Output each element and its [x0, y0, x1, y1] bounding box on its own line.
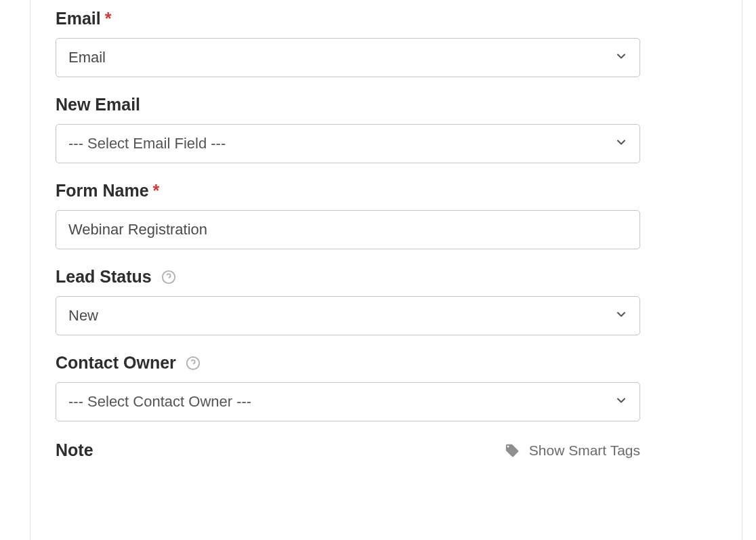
new-email-label-text: New Email — [56, 95, 140, 115]
new-email-field-group: New Email --- Select Email Field --- — [56, 95, 640, 163]
lead-status-select-value: New — [68, 307, 98, 325]
form-name-label-text: Form Name — [56, 181, 149, 201]
form-name-label: Form Name * — [56, 181, 640, 201]
contact-owner-select-wrapper: --- Select Contact Owner --- — [56, 382, 640, 421]
help-icon[interactable] — [161, 270, 176, 285]
email-field-group: Email * Email — [56, 9, 640, 77]
contact-owner-label: Contact Owner — [56, 353, 640, 373]
email-select-value: Email — [68, 49, 106, 66]
form-name-field-group: Form Name * — [56, 181, 640, 249]
lead-status-select-wrapper: New — [56, 296, 640, 335]
required-marker: * — [153, 181, 160, 201]
contact-owner-label-text: Contact Owner — [56, 353, 176, 373]
form-name-input[interactable] — [56, 210, 640, 249]
email-select[interactable]: Email — [56, 38, 640, 77]
lead-status-select[interactable]: New — [56, 296, 640, 335]
email-label-text: Email — [56, 9, 101, 28]
lead-status-label: Lead Status — [56, 267, 640, 287]
new-email-label: New Email — [56, 95, 640, 115]
tag-icon — [505, 443, 520, 458]
contact-owner-field-group: Contact Owner --- Select Contact Owner -… — [56, 353, 640, 421]
lead-status-label-text: Lead Status — [56, 267, 152, 287]
contact-owner-select[interactable]: --- Select Contact Owner --- — [56, 382, 640, 421]
new-email-select-wrapper: --- Select Email Field --- — [56, 124, 640, 163]
show-smart-tags-text: Show Smart Tags — [529, 442, 640, 459]
contact-owner-select-value: --- Select Contact Owner --- — [68, 393, 251, 411]
lead-status-field-group: Lead Status New — [56, 267, 640, 335]
email-select-wrapper: Email — [56, 38, 640, 77]
new-email-select-value: --- Select Email Field --- — [68, 135, 226, 152]
email-label: Email * — [56, 9, 640, 28]
show-smart-tags-link[interactable]: Show Smart Tags — [505, 442, 640, 459]
note-label-text: Note — [56, 440, 93, 460]
note-header: Note Show Smart Tags — [56, 440, 640, 460]
required-marker: * — [105, 9, 112, 28]
new-email-select[interactable]: --- Select Email Field --- — [56, 124, 640, 163]
note-label: Note — [56, 440, 93, 460]
form-panel: Email * Email New Email --- Select Email… — [30, 0, 742, 540]
help-icon[interactable] — [186, 356, 201, 371]
